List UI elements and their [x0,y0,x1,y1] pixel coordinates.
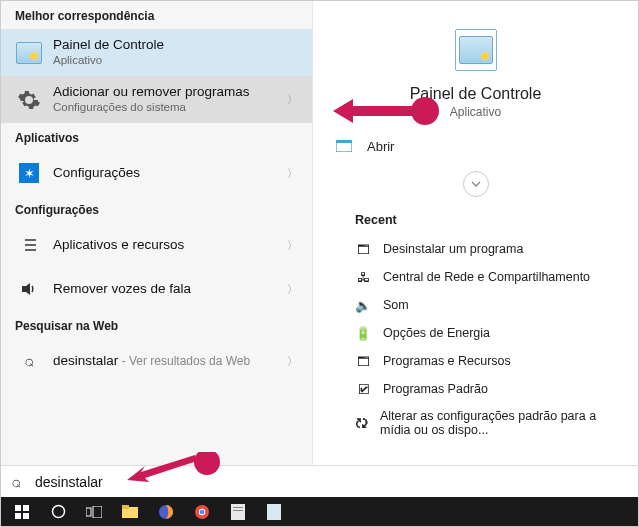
result-configuracoes[interactable]: ✶ Configurações 〉 [1,151,312,195]
svg-rect-11 [15,513,21,519]
control-panel-icon [455,29,497,71]
recent-item-icon: 🗘 [355,415,368,431]
recent-item-icon: 🖧 [355,269,371,285]
svg-rect-25 [267,504,281,520]
list-icon [15,231,43,259]
svg-marker-6 [22,283,30,295]
recent-item-icon: 🗔 [355,241,371,257]
recent-item-icon: 🔋 [355,325,371,341]
svg-point-21 [200,509,205,514]
control-panel-icon [15,39,43,67]
search-bar[interactable] [1,465,638,497]
preview-panel: Painel de Controle Aplicativo Abrir Rece… [313,1,638,469]
svg-point-13 [52,506,64,518]
chevron-right-icon: 〉 [287,282,298,297]
svg-rect-15 [93,506,102,518]
result-aplicativos-recursos[interactable]: Aplicativos e recursos 〉 [1,223,312,267]
recent-item[interactable]: 🗔Desinstalar um programa [313,235,638,263]
search-icon [15,347,43,375]
section-apps: Aplicativos [1,123,312,151]
settings-icon: ✶ [15,159,43,187]
section-settings: Configurações [1,195,312,223]
result-web-search[interactable]: desinstalar - Ver resultados da Web 〉 [1,339,312,383]
svg-rect-14 [86,508,91,516]
chevron-right-icon: 〉 [287,92,298,107]
open-icon [335,137,353,155]
svg-rect-12 [23,513,29,519]
svg-rect-10 [23,505,29,511]
recent-item-icon: 🔈 [355,297,371,313]
result-adicionar-remover-programas[interactable]: Adicionar ou remover programas Configura… [1,76,312,123]
recent-item[interactable]: 🔋Opções de Energia [313,319,638,347]
expand-button[interactable] [463,171,489,197]
recent-item[interactable]: 🗘Alterar as configurações padrão para a … [313,403,638,443]
result-painel-de-controle[interactable]: Painel de Controle Aplicativo [1,29,312,76]
open-action[interactable]: Abrir [313,127,638,165]
taskbar-app[interactable] [221,498,255,525]
taskbar-chrome[interactable] [185,498,219,525]
taskbar [1,497,638,526]
section-best-match: Melhor correspondência [1,1,312,29]
recent-item[interactable]: 🗔Programas e Recursos [313,347,638,375]
svg-rect-23 [233,507,243,508]
speaker-icon [15,275,43,303]
svg-rect-22 [231,504,245,520]
taskbar-firefox[interactable] [149,498,183,525]
chevron-right-icon: 〉 [287,166,298,181]
recent-item-icon: 🗔 [355,353,371,369]
cortana-button[interactable] [41,498,75,525]
task-view-button[interactable] [77,498,111,525]
search-input[interactable] [35,474,628,490]
results-panel: Melhor correspondência Painel de Control… [1,1,313,469]
chevron-right-icon: 〉 [287,354,298,369]
gear-icon [15,86,43,114]
svg-rect-8 [336,140,352,143]
preview-title: Painel de Controle [313,85,638,103]
svg-rect-9 [15,505,21,511]
recent-item[interactable]: 🗹Programas Padrão [313,375,638,403]
recent-item-icon: 🗹 [355,381,371,397]
svg-rect-24 [233,510,243,511]
taskbar-app-2[interactable] [257,498,291,525]
taskbar-file-explorer[interactable] [113,498,147,525]
svg-rect-17 [122,505,129,509]
section-web: Pesquisar na Web [1,311,312,339]
start-button[interactable] [5,498,39,525]
chevron-right-icon: 〉 [287,238,298,253]
result-remover-vozes[interactable]: Remover vozes de fala 〉 [1,267,312,311]
recent-label: Recent [313,207,638,235]
preview-subtitle: Aplicativo [313,105,638,119]
recent-item[interactable]: 🔈Som [313,291,638,319]
search-icon [11,473,29,491]
recent-item[interactable]: 🖧Central de Rede e Compartilhamento [313,263,638,291]
